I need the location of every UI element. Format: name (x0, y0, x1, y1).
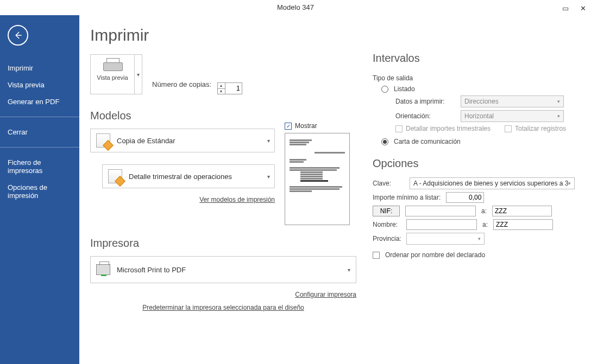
datos-imprimir-label: Datos a imprimir: (395, 98, 455, 105)
title-bar: Modelo 347 ▭ ✕ (0, 0, 591, 15)
predeterminar-impresora-link[interactable]: Predeterminar la impresora seleccionada … (90, 304, 356, 311)
chevron-down-icon: ▾ (478, 236, 481, 241)
sidebar-item-fichero-impresoras[interactable]: Fichero de impresoras (0, 154, 79, 179)
configurar-impresora-link[interactable]: Configurar impresora (90, 291, 356, 298)
window-restore-icon[interactable]: ▭ (561, 1, 570, 16)
nombre-from-input[interactable] (406, 219, 477, 230)
printer-name: Microsoft Print to PDF (117, 266, 186, 274)
window-close-icon[interactable]: ✕ (578, 1, 588, 16)
chevron-down-icon: ▾ (568, 181, 571, 186)
modelos-heading: Modelos (90, 110, 356, 122)
copies-label: Número de copias: (152, 80, 211, 88)
printer-selector[interactable]: Microsoft Print to PDF ▾ (90, 256, 356, 283)
document-icon (96, 133, 110, 148)
totalizar-checkbox (505, 125, 512, 132)
model-label: Copia de Estándar (117, 137, 175, 145)
a-label: a: (481, 207, 487, 215)
sidebar-item-generar-pdf[interactable]: Generar en PDF (0, 93, 79, 110)
chevron-down-icon: ▾ (267, 138, 270, 144)
divider (0, 117, 79, 117)
select-value: Direcciones (464, 98, 499, 105)
mostrar-label: Mostrar (295, 122, 317, 130)
sidebar-item-vista-previa[interactable]: Vista previa (0, 76, 79, 93)
window-title: Modelo 347 (277, 3, 314, 11)
document-icon (108, 169, 122, 183)
ordenar-checkbox[interactable] (373, 252, 380, 259)
intervalos-heading: Intervalos (373, 52, 575, 65)
clave-select[interactable]: A - Adquisiciones de bienes y servicios … (410, 177, 575, 189)
select-value: A - Adquisiciones de bienes y servicios … (413, 180, 568, 187)
ordenar-label: Ordenar por nombre del declarado (385, 251, 485, 259)
chevron-down-icon: ▾ (348, 267, 350, 273)
chevron-down-icon: ▾ (267, 174, 270, 180)
datos-imprimir-select[interactable]: Direcciones▾ (461, 95, 564, 107)
document-preview (285, 133, 350, 225)
a-label: a: (482, 221, 488, 228)
model-label: Detalle trimestral de operaciones (129, 173, 232, 181)
vista-previa-button[interactable]: Vista previa (90, 54, 135, 94)
detallar-label: Detallar importes trimestrales (406, 125, 491, 132)
listado-label: Listado (394, 85, 415, 93)
arrow-left-icon (13, 30, 23, 40)
importe-label: Importe mínimo a listar: (373, 194, 441, 201)
sidebar-item-opciones-impresion[interactable]: Opciones de impresión (0, 179, 79, 204)
impresora-heading: Impresora (90, 237, 356, 250)
copies-input[interactable] (225, 83, 242, 94)
detallar-checkbox (395, 125, 403, 132)
chevron-down-icon: ▾ (557, 99, 560, 104)
mostrar-checkbox[interactable]: ✓ (285, 123, 292, 130)
ver-modelos-link[interactable]: Ver modelos de impresión (90, 196, 275, 203)
totalizar-label: Totalizar registros (515, 125, 566, 132)
listado-radio[interactable] (381, 86, 388, 93)
opciones-heading: Opciones (373, 157, 575, 170)
sidebar-item-imprimir[interactable]: Imprimir (0, 60, 79, 76)
divider (0, 147, 79, 148)
back-button[interactable] (8, 25, 28, 46)
chevron-down-icon: ▾ (557, 113, 560, 119)
provincia-label: Provincia: (373, 235, 401, 242)
nombre-label: Nombre: (373, 221, 401, 228)
tipo-salida-label: Tipo de salida (373, 74, 575, 82)
carta-label: Carta de comunicación (394, 138, 461, 145)
carta-radio[interactable] (381, 138, 388, 145)
nif-from-input[interactable] (405, 206, 476, 216)
importe-input[interactable] (446, 192, 484, 203)
stepper-up-icon[interactable]: ▲ (218, 83, 225, 89)
page-title: Imprimir (90, 26, 356, 44)
stepper-down-icon[interactable]: ▼ (218, 89, 225, 94)
vista-previa-dropdown[interactable]: ▾ (135, 54, 142, 94)
model-detalle-trimestral[interactable]: Detalle trimestral de operaciones ▾ (102, 164, 275, 188)
orientacion-select[interactable]: Horizontal▾ (461, 110, 564, 122)
copies-stepper[interactable]: ▲▼ (217, 82, 242, 94)
provincia-select[interactable]: ▾ (406, 233, 485, 245)
sidebar-item-cerrar[interactable]: Cerrar (0, 124, 79, 141)
nif-button[interactable]: NIF: (373, 206, 400, 216)
vista-previa-label: Vista previa (93, 74, 132, 81)
orientacion-label: Orientación: (395, 112, 455, 120)
select-value: Horizontal (464, 112, 494, 120)
clave-label: Clave: (373, 180, 404, 187)
model-copia-estandar[interactable]: Copia de Estándar ▾ (90, 129, 275, 152)
nombre-to-input[interactable] (493, 219, 553, 230)
nif-to-input[interactable] (492, 206, 552, 216)
printer-icon (103, 58, 122, 72)
sidebar: Imprimir Vista previa Generar en PDF Cer… (0, 15, 79, 364)
printer-icon (96, 264, 110, 275)
